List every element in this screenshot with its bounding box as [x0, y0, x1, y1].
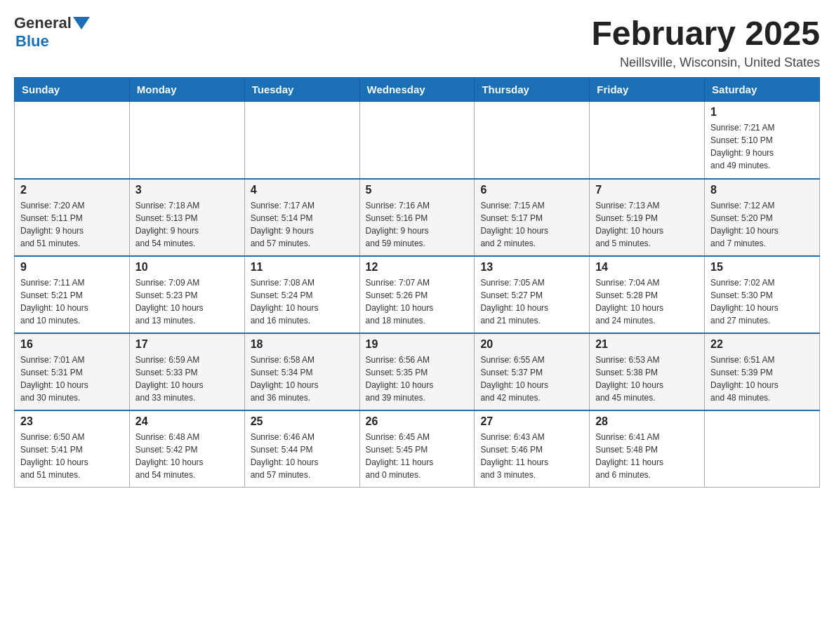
calendar-cell: 13Sunrise: 7:05 AMSunset: 5:27 PMDayligh… — [475, 256, 590, 333]
day-number: 8 — [710, 184, 814, 196]
day-info: Sunrise: 6:45 AMSunset: 5:45 PMDaylight:… — [366, 431, 469, 481]
calendar-cell: 14Sunrise: 7:04 AMSunset: 5:28 PMDayligh… — [590, 256, 705, 333]
calendar-cell — [129, 102, 244, 179]
calendar-table: SundayMondayTuesdayWednesdayThursdayFrid… — [14, 77, 820, 488]
day-number: 1 — [710, 106, 814, 119]
day-info: Sunrise: 6:59 AMSunset: 5:33 PMDaylight:… — [135, 354, 239, 404]
day-info: Sunrise: 6:55 AMSunset: 5:37 PMDaylight:… — [480, 354, 583, 404]
logo: General Blue — [14, 14, 91, 51]
day-number: 13 — [480, 261, 583, 274]
calendar-cell: 24Sunrise: 6:48 AMSunset: 5:42 PMDayligh… — [129, 410, 244, 488]
day-number: 18 — [251, 338, 354, 351]
day-number: 16 — [20, 338, 124, 351]
calendar-header-row: SundayMondayTuesdayWednesdayThursdayFrid… — [15, 78, 820, 102]
calendar-week-row: 2Sunrise: 7:20 AMSunset: 5:11 PMDaylight… — [15, 179, 820, 256]
calendar-cell: 27Sunrise: 6:43 AMSunset: 5:46 PMDayligh… — [475, 410, 590, 488]
page-header: General Blue February 2025 Neillsville, … — [14, 14, 820, 70]
day-number: 24 — [135, 415, 239, 428]
day-of-week-header: Tuesday — [244, 78, 359, 102]
day-info: Sunrise: 7:01 AMSunset: 5:31 PMDaylight:… — [20, 354, 124, 404]
day-of-week-header: Thursday — [475, 78, 590, 102]
day-number: 12 — [366, 261, 469, 274]
day-number: 26 — [366, 415, 469, 428]
day-info: Sunrise: 7:16 AMSunset: 5:16 PMDaylight:… — [366, 199, 469, 250]
day-number: 3 — [135, 184, 239, 196]
calendar-cell: 8Sunrise: 7:12 AMSunset: 5:20 PMDaylight… — [705, 179, 820, 256]
day-info: Sunrise: 7:21 AMSunset: 5:10 PMDaylight:… — [710, 121, 814, 172]
day-number: 28 — [595, 415, 699, 428]
day-info: Sunrise: 6:53 AMSunset: 5:38 PMDaylight:… — [595, 354, 699, 404]
calendar-cell: 16Sunrise: 7:01 AMSunset: 5:31 PMDayligh… — [15, 333, 130, 410]
calendar-cell: 23Sunrise: 6:50 AMSunset: 5:41 PMDayligh… — [15, 410, 130, 488]
day-of-week-header: Monday — [129, 78, 244, 102]
calendar-cell — [705, 410, 820, 488]
day-info: Sunrise: 7:05 AMSunset: 5:27 PMDaylight:… — [480, 276, 583, 327]
day-info: Sunrise: 7:18 AMSunset: 5:13 PMDaylight:… — [135, 199, 239, 250]
title-section: February 2025 Neillsville, Wisconsin, Un… — [591, 14, 820, 70]
calendar-cell — [244, 102, 359, 179]
day-info: Sunrise: 7:08 AMSunset: 5:24 PMDaylight:… — [251, 276, 354, 327]
calendar-week-row: 23Sunrise: 6:50 AMSunset: 5:41 PMDayligh… — [15, 410, 820, 488]
calendar-cell: 4Sunrise: 7:17 AMSunset: 5:14 PMDaylight… — [244, 179, 359, 256]
calendar-cell: 15Sunrise: 7:02 AMSunset: 5:30 PMDayligh… — [705, 256, 820, 333]
day-info: Sunrise: 6:48 AMSunset: 5:42 PMDaylight:… — [135, 431, 239, 481]
calendar-cell: 17Sunrise: 6:59 AMSunset: 5:33 PMDayligh… — [129, 333, 244, 410]
month-title: February 2025 — [591, 14, 820, 53]
calendar-cell: 28Sunrise: 6:41 AMSunset: 5:48 PMDayligh… — [590, 410, 705, 488]
calendar-cell: 2Sunrise: 7:20 AMSunset: 5:11 PMDaylight… — [15, 179, 130, 256]
day-number: 20 — [480, 338, 583, 351]
day-info: Sunrise: 7:17 AMSunset: 5:14 PMDaylight:… — [251, 199, 354, 250]
calendar-cell: 26Sunrise: 6:45 AMSunset: 5:45 PMDayligh… — [359, 410, 475, 488]
day-number: 27 — [480, 415, 583, 428]
day-info: Sunrise: 7:04 AMSunset: 5:28 PMDaylight:… — [595, 276, 699, 327]
calendar-cell: 9Sunrise: 7:11 AMSunset: 5:21 PMDaylight… — [15, 256, 130, 333]
day-number: 4 — [251, 184, 354, 196]
calendar-cell: 11Sunrise: 7:08 AMSunset: 5:24 PMDayligh… — [244, 256, 359, 333]
calendar-cell: 18Sunrise: 6:58 AMSunset: 5:34 PMDayligh… — [244, 333, 359, 410]
calendar-cell: 3Sunrise: 7:18 AMSunset: 5:13 PMDaylight… — [129, 179, 244, 256]
day-info: Sunrise: 7:02 AMSunset: 5:30 PMDaylight:… — [710, 276, 814, 327]
day-number: 25 — [251, 415, 354, 428]
calendar-cell: 1Sunrise: 7:21 AMSunset: 5:10 PMDaylight… — [705, 102, 820, 179]
day-number: 21 — [595, 338, 699, 351]
calendar-cell — [359, 102, 475, 179]
day-number: 9 — [20, 261, 124, 274]
calendar-cell: 22Sunrise: 6:51 AMSunset: 5:39 PMDayligh… — [705, 333, 820, 410]
calendar-week-row: 1Sunrise: 7:21 AMSunset: 5:10 PMDaylight… — [15, 102, 820, 179]
calendar-cell — [590, 102, 705, 179]
day-info: Sunrise: 7:07 AMSunset: 5:26 PMDaylight:… — [366, 276, 469, 327]
day-info: Sunrise: 6:43 AMSunset: 5:46 PMDaylight:… — [480, 431, 583, 481]
day-number: 2 — [20, 184, 124, 196]
day-number: 17 — [135, 338, 239, 351]
logo-triangle-icon — [73, 17, 90, 29]
calendar-cell: 10Sunrise: 7:09 AMSunset: 5:23 PMDayligh… — [129, 256, 244, 333]
calendar-cell: 12Sunrise: 7:07 AMSunset: 5:26 PMDayligh… — [359, 256, 475, 333]
day-number: 6 — [480, 184, 583, 196]
logo-blue-text: Blue — [15, 32, 49, 51]
day-of-week-header: Friday — [590, 78, 705, 102]
day-info: Sunrise: 6:50 AMSunset: 5:41 PMDaylight:… — [20, 431, 124, 481]
day-info: Sunrise: 7:11 AMSunset: 5:21 PMDaylight:… — [20, 276, 124, 327]
day-of-week-header: Sunday — [15, 78, 130, 102]
day-info: Sunrise: 6:41 AMSunset: 5:48 PMDaylight:… — [595, 431, 699, 481]
calendar-week-row: 9Sunrise: 7:11 AMSunset: 5:21 PMDaylight… — [15, 256, 820, 333]
day-number: 23 — [20, 415, 124, 428]
day-of-week-header: Wednesday — [359, 78, 475, 102]
day-info: Sunrise: 6:46 AMSunset: 5:44 PMDaylight:… — [251, 431, 354, 481]
day-info: Sunrise: 7:15 AMSunset: 5:17 PMDaylight:… — [480, 199, 583, 250]
day-number: 7 — [595, 184, 699, 196]
calendar-cell: 25Sunrise: 6:46 AMSunset: 5:44 PMDayligh… — [244, 410, 359, 488]
day-number: 5 — [366, 184, 469, 196]
day-info: Sunrise: 6:51 AMSunset: 5:39 PMDaylight:… — [710, 354, 814, 404]
calendar-cell — [15, 102, 130, 179]
day-number: 11 — [251, 261, 354, 274]
location-text: Neillsville, Wisconsin, United States — [591, 55, 820, 70]
day-number: 10 — [135, 261, 239, 274]
day-info: Sunrise: 6:58 AMSunset: 5:34 PMDaylight:… — [251, 354, 354, 404]
day-number: 14 — [595, 261, 699, 274]
calendar-cell: 20Sunrise: 6:55 AMSunset: 5:37 PMDayligh… — [475, 333, 590, 410]
calendar-cell: 5Sunrise: 7:16 AMSunset: 5:16 PMDaylight… — [359, 179, 475, 256]
calendar-cell: 7Sunrise: 7:13 AMSunset: 5:19 PMDaylight… — [590, 179, 705, 256]
day-info: Sunrise: 7:13 AMSunset: 5:19 PMDaylight:… — [595, 199, 699, 250]
day-info: Sunrise: 7:12 AMSunset: 5:20 PMDaylight:… — [710, 199, 814, 250]
